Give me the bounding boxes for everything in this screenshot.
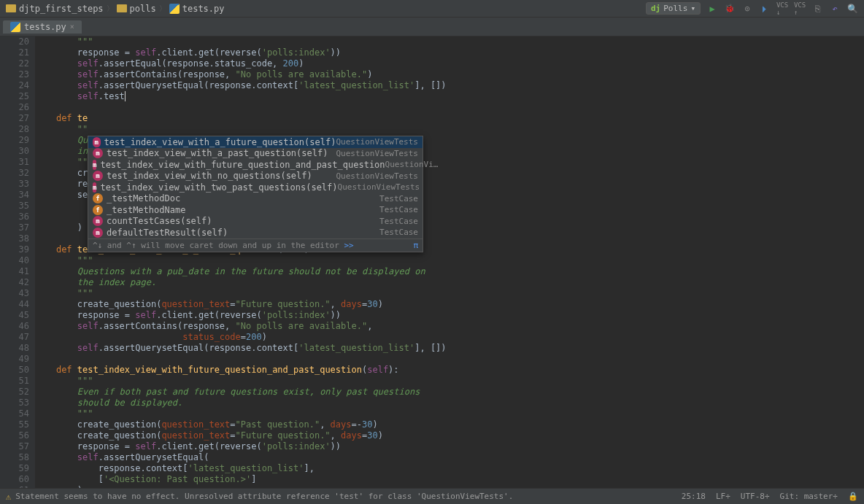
- autocomplete-item[interactable]: f_testMethodDocTestCase: [88, 193, 423, 205]
- status-bar: ⚠ Statement seems to have no effect. Unr…: [0, 488, 864, 504]
- breadcrumb-project[interactable]: djtp_first_steps: [6, 4, 104, 14]
- autocomplete-item[interactable]: f_testMethodNameTestCase: [88, 204, 423, 216]
- autocomplete-popup[interactable]: mtest_index_view_with_a_future_question(…: [88, 136, 423, 252]
- hint-link[interactable]: >>: [344, 241, 353, 250]
- method-icon: m: [93, 171, 103, 181]
- status-message: Statement seems to have no effect. Unres…: [15, 492, 513, 501]
- vcs-icon[interactable]: ⎘: [811, 3, 823, 15]
- method-icon: m: [93, 137, 101, 147]
- debug-button[interactable]: 🐞: [724, 3, 736, 15]
- chevron-right-icon: 〉: [107, 4, 114, 14]
- lock-icon[interactable]: 🔒: [848, 492, 858, 501]
- top-toolbar: djtp_first_steps 〉 polls 〉 tests.py djPo…: [0, 0, 864, 18]
- dropdown-icon: ▾: [690, 4, 695, 13]
- method-icon: m: [93, 148, 103, 158]
- django-icon: dj: [651, 4, 660, 13]
- tab-tests-py[interactable]: tests.py ×: [3, 20, 82, 34]
- editor-tabs: tests.py ×: [0, 18, 864, 36]
- method-icon: m: [93, 228, 103, 238]
- field-icon: f: [93, 193, 103, 203]
- chevron-right-icon: 〉: [159, 4, 166, 14]
- breadcrumb-file[interactable]: tests.py: [169, 4, 225, 14]
- warning-icon: ⚠: [6, 492, 11, 502]
- back-icon[interactable]: ↶: [829, 3, 841, 15]
- python-file-icon: [169, 4, 180, 14]
- autocomplete-item[interactable]: mcountTestCases(self)TestCase: [88, 216, 423, 228]
- autocomplete-item[interactable]: mtest_index_view_with_a_future_question(…: [88, 136, 423, 148]
- autocomplete-item[interactable]: mtest_index_view_with_future_question_an…: [88, 159, 423, 171]
- autocomplete-item[interactable]: mdefaultTestResult(self)TestCase: [88, 227, 423, 239]
- autocomplete-item[interactable]: mtest_index_view_with_no_questions(self)…: [88, 171, 423, 182]
- gutter: 2021222324252627282930313233343536373839…: [0, 36, 35, 488]
- method-icon: m: [93, 216, 103, 226]
- line-separator[interactable]: LF÷: [716, 492, 730, 501]
- run-button[interactable]: ▶: [706, 3, 718, 15]
- folder-icon: [6, 4, 16, 12]
- breadcrumb-folder[interactable]: polls: [117, 4, 156, 14]
- toolbar-right: djPolls▾ ▶ 🐞 ⊙ ⏵ VCS↓ VCS↑ ⎘ ↶ 🔍: [646, 2, 858, 15]
- run-with-coverage-button[interactable]: ⊙: [741, 3, 753, 15]
- python-file-icon: [10, 22, 20, 32]
- method-icon: m: [93, 160, 96, 170]
- git-branch[interactable]: Git: master÷: [780, 492, 838, 501]
- code-content[interactable]: """ response = self.client.get(reverse('…: [35, 36, 864, 488]
- field-icon: f: [93, 205, 103, 215]
- autocomplete-hint: ^↓ and ^↑ will move caret down and up in…: [88, 239, 423, 252]
- method-icon: m: [93, 182, 96, 193]
- vcs-update-icon[interactable]: VCS↓: [776, 3, 788, 15]
- search-icon[interactable]: 🔍: [846, 3, 858, 15]
- stop-button[interactable]: ⏵: [759, 3, 771, 15]
- autocomplete-item[interactable]: mtest_index_view_with_a_past_question(se…: [88, 148, 423, 160]
- run-config-selector[interactable]: djPolls▾: [646, 2, 701, 15]
- vcs-commit-icon[interactable]: VCS↑: [794, 3, 806, 15]
- folder-icon: [117, 4, 127, 12]
- file-encoding[interactable]: UTF-8÷: [741, 492, 770, 501]
- editor-area[interactable]: 2021222324252627282930313233343536373839…: [0, 36, 864, 488]
- cursor-position[interactable]: 25:18: [682, 492, 706, 501]
- autocomplete-item[interactable]: mtest_index_view_with_two_past_questions…: [88, 182, 423, 193]
- close-tab-icon[interactable]: ×: [70, 23, 74, 31]
- breadcrumb: djtp_first_steps 〉 polls 〉 tests.py: [6, 4, 646, 14]
